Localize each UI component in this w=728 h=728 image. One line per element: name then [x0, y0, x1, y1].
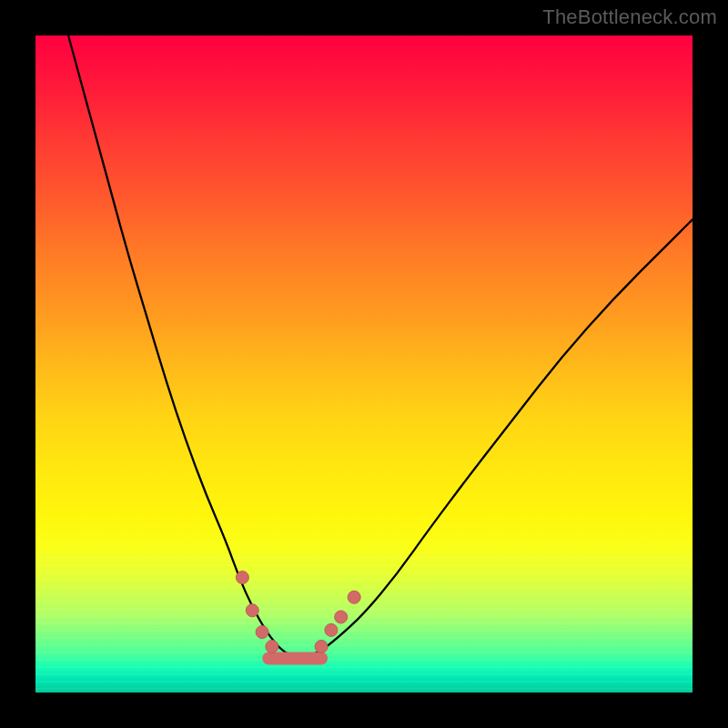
chart-frame: TheBottleneck.com [0, 0, 728, 728]
curve-marker [348, 591, 360, 603]
curve-marker [256, 626, 268, 639]
curve-marker [246, 604, 258, 617]
curve-markers [236, 571, 360, 653]
curve-marker [325, 623, 338, 636]
curve-marker [315, 641, 328, 653]
curve-marker [266, 641, 278, 653]
bottleneck-curve [68, 35, 693, 657]
curve-marker [236, 571, 248, 584]
plot-area [35, 35, 693, 693]
watermark-label: TheBottleneck.com [542, 5, 717, 29]
chart-svg [35, 35, 693, 693]
curve-marker [335, 611, 348, 623]
